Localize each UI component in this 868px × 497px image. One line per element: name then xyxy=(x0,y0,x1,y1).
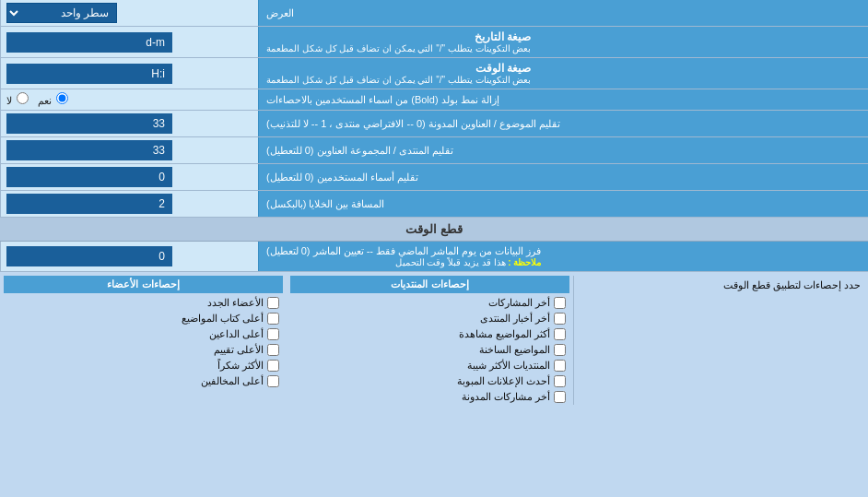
cutoff-section-header: قطع الوقت xyxy=(0,218,868,242)
cb-most-popular-forums: المنتديات الأكثر شيبة xyxy=(290,358,569,373)
row-display: العرض سطر واحد سطرين ثلاثة أسطر xyxy=(0,0,868,27)
row-time-format: صيغة الوقت بعض التكوينات يتطلب "/" التي … xyxy=(0,58,868,89)
trim-usernames-input[interactable] xyxy=(6,167,172,187)
label-bold-remove: إزالة نمط بولد (Bold) من اسماء المستخدمي… xyxy=(258,89,868,110)
stats-section: حدد إحصاءات لتطبيق قطع الوقت إحصاءات الم… xyxy=(0,272,868,408)
cb-new-members: الأعضاء الجدد xyxy=(4,295,283,311)
stats-col-members: إحصاءات الأعضاء الأعضاء الجدد أعلى كتاب … xyxy=(0,276,287,405)
input-display: سطر واحد سطرين ثلاثة أسطر xyxy=(0,0,258,26)
input-cutoff-data xyxy=(0,242,258,271)
stats-col-members-title: إحصاءات الأعضاء xyxy=(4,276,283,293)
input-trim-subject xyxy=(0,111,258,136)
label-date-format: صيغة التاريخ بعض التكوينات يتطلب "/" الت… xyxy=(258,27,868,57)
cb-most-viewed: أكثر المواضيع مشاهدة xyxy=(290,326,569,342)
row-bold-remove: إزالة نمط بولد (Bold) من اسماء المستخدمي… xyxy=(0,89,868,111)
label-trim-usernames: تقليم أسماء المستخدمين (0 للتعطيل) xyxy=(258,164,868,190)
bold-yes-radio[interactable] xyxy=(56,92,68,104)
cb-hot-topics: المواضيع الساخنة xyxy=(290,342,569,358)
display-select[interactable]: سطر واحد سطرين ثلاثة أسطر xyxy=(6,3,117,23)
trim-forum-input[interactable] xyxy=(6,140,172,160)
row-cutoff-data: فرز البيانات من يوم الماشر الماضي فقط --… xyxy=(0,242,868,272)
cb-top-rated: الأعلى تقييم xyxy=(4,342,283,358)
cb-last-posts: أخر المشاركات xyxy=(290,295,569,311)
cb-top-inviters: أعلى الداعين xyxy=(4,326,283,342)
stats-col-forums-title: إحصاءات المنتديات xyxy=(290,276,569,293)
row-date-format: صيغة التاريخ بعض التكوينات يتطلب "/" الت… xyxy=(0,27,868,58)
input-bold-remove: نعم لا xyxy=(0,89,258,110)
label-trim-subject: تقليم الموضوع / العناوين المدونة (0 -- ا… xyxy=(258,111,868,136)
row-trim-forum: تقليم المنتدى / المجموعة العناوين (0 للت… xyxy=(0,137,868,164)
input-cell-spacing xyxy=(0,191,258,217)
row-cell-spacing: المسافة بين الخلايا (بالبكسل) xyxy=(0,191,868,218)
cb-last-news: أخر أخبار المنتدى xyxy=(290,311,569,326)
input-date-format xyxy=(0,27,258,57)
input-time-format xyxy=(0,58,258,89)
cell-spacing-input[interactable] xyxy=(6,194,172,214)
label-trim-forum: تقليم المنتدى / المجموعة العناوين (0 للت… xyxy=(258,137,868,163)
label-cutoff-data: فرز البيانات من يوم الماشر الماضي فقط --… xyxy=(258,242,868,271)
cutoff-data-input[interactable] xyxy=(6,246,172,266)
date-format-input[interactable] xyxy=(6,32,172,53)
stats-apply-label: حدد إحصاءات لتطبيق قطع الوقت xyxy=(574,276,868,405)
cb-most-thanked: الأكثر شكراً xyxy=(4,358,283,373)
label-cell-spacing: المسافة بين الخلايا (بالبكسل) xyxy=(258,191,868,217)
time-format-input[interactable] xyxy=(6,64,172,84)
row-trim-usernames: تقليم أسماء المستخدمين (0 للتعطيل) xyxy=(0,164,868,191)
input-trim-usernames xyxy=(0,164,258,190)
stats-col-forums: إحصاءات المنتديات أخر المشاركات أخر أخبا… xyxy=(287,276,574,405)
trim-subject-input[interactable] xyxy=(6,113,172,134)
row-trim-subject: تقليم الموضوع / العناوين المدونة (0 -- ا… xyxy=(0,111,868,137)
cb-top-writers: أعلى كتاب المواضيع xyxy=(4,311,283,326)
label-display: العرض xyxy=(258,0,868,26)
label-time-format: صيغة الوقت بعض التكوينات يتطلب "/" التي … xyxy=(258,58,868,89)
cb-last-blog-posts: أخر مشاركات المدونة xyxy=(290,389,569,405)
cb-latest-classifieds: أحدث الإعلانات المبوبة xyxy=(290,373,569,389)
input-trim-forum xyxy=(0,137,258,163)
bold-no-radio[interactable] xyxy=(17,92,29,104)
bold-radio-group: نعم لا xyxy=(6,92,70,107)
cb-top-violations: أعلى المخالفين xyxy=(4,373,283,389)
